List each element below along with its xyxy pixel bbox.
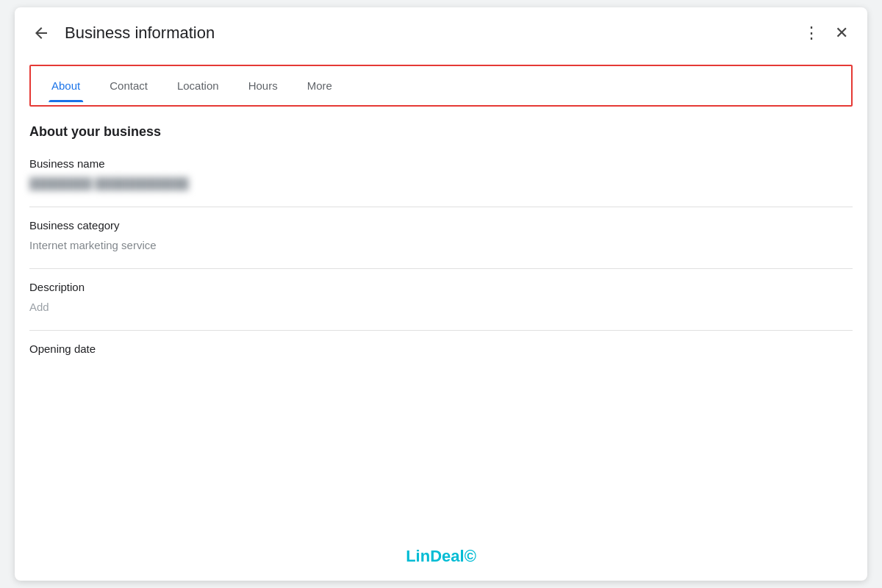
back-button[interactable] [29, 21, 53, 45]
field-value-opening-date [29, 362, 853, 380]
field-label-business-category: Business category [29, 219, 853, 232]
field-business-name[interactable]: Business name ████████ ████████████ [29, 157, 853, 195]
field-label-description: Description [29, 281, 853, 293]
tab-location[interactable]: Location [162, 69, 234, 102]
field-value-description: Add [29, 301, 853, 318]
divider-3 [29, 330, 853, 331]
page-title: Business information [65, 24, 799, 43]
header: Business information ⋮ ✕ [15, 7, 867, 59]
watermark: LinDeal© [406, 547, 476, 566]
three-dots-icon: ⋮ [803, 24, 820, 43]
business-info-panel: Business information ⋮ ✕ About Contact L… [15, 7, 867, 581]
tabs-wrapper: About Contact Location Hours More [29, 65, 853, 107]
field-label-business-name: Business name [29, 157, 853, 170]
watermark-symbol: © [465, 547, 476, 565]
main-content: About your business Business name ██████… [15, 107, 867, 581]
tab-more[interactable]: More [293, 69, 347, 102]
header-actions: ⋮ ✕ [799, 19, 853, 47]
field-description[interactable]: Description Add [29, 281, 853, 318]
watermark-text: LinDeal [406, 547, 464, 565]
field-value-business-name: ████████ ████████████ [29, 177, 853, 195]
field-label-opening-date: Opening date [29, 343, 853, 355]
close-icon: ✕ [835, 24, 848, 43]
tab-contact[interactable]: Contact [95, 69, 162, 102]
section-title: About your business [29, 124, 853, 140]
divider-1 [29, 207, 853, 207]
field-value-business-category: Internet marketing service [29, 239, 853, 257]
tabs-bar: About Contact Location Hours More [31, 69, 851, 102]
tab-hours[interactable]: Hours [234, 69, 293, 102]
tab-about[interactable]: About [37, 69, 95, 102]
more-options-button[interactable]: ⋮ [799, 19, 825, 47]
back-arrow-icon [32, 24, 50, 42]
close-button[interactable]: ✕ [831, 19, 853, 47]
field-business-category[interactable]: Business category Internet marketing ser… [29, 219, 853, 257]
field-opening-date[interactable]: Opening date [29, 343, 853, 380]
divider-2 [29, 268, 853, 269]
